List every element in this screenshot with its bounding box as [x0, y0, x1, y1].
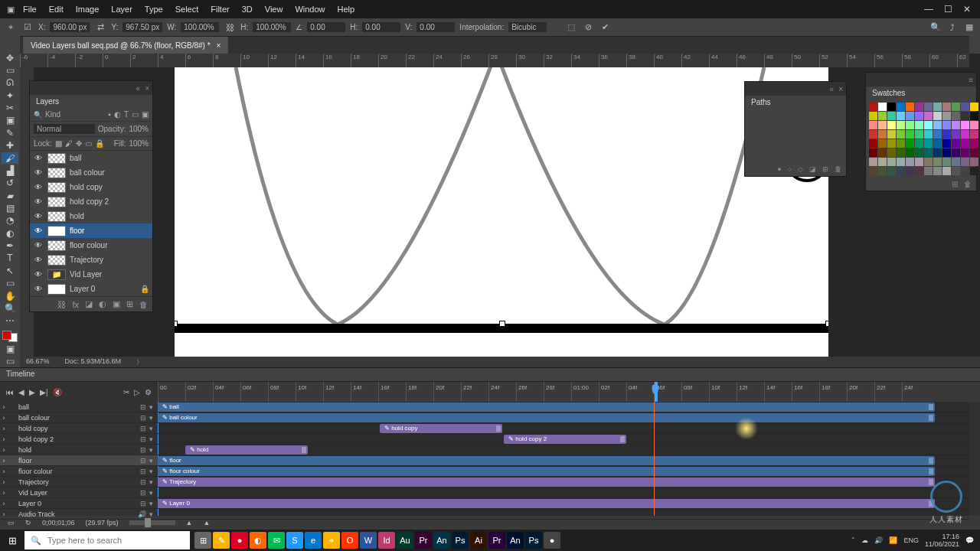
- track-menu-icon[interactable]: ⊟: [140, 478, 146, 486]
- layer-row[interactable]: 👁 hold copy 2: [30, 194, 152, 209]
- swatch[interactable]: [961, 167, 969, 175]
- maximize-button[interactable]: ☐: [944, 4, 952, 15]
- clip-row[interactable]: ✎ Trajectory: [158, 477, 969, 487]
- track-expand-icon[interactable]: ›: [0, 457, 8, 465]
- swatch[interactable]: [878, 112, 887, 120]
- crop-tool[interactable]: ✂: [2, 102, 18, 113]
- mask-icon[interactable]: ◪: [85, 299, 93, 309]
- menu-3d[interactable]: 3D: [236, 5, 259, 14]
- swatch[interactable]: [933, 158, 942, 166]
- track-opts-icon[interactable]: ▾: [149, 446, 153, 454]
- track-expand-icon[interactable]: ›: [0, 510, 8, 518]
- swatch[interactable]: [942, 139, 951, 148]
- taskbar-app[interactable]: O: [341, 532, 358, 549]
- transform-handle[interactable]: [825, 321, 828, 327]
- taskbar-app[interactable]: S: [286, 532, 303, 549]
- paths-tab[interactable]: Paths: [745, 96, 777, 109]
- swatch[interactable]: [924, 158, 933, 166]
- layer-thumb[interactable]: [47, 226, 66, 236]
- fill-path-icon[interactable]: ●: [777, 165, 781, 173]
- first-frame-button[interactable]: ⏮: [6, 388, 14, 396]
- clip-row[interactable]: ✎ hold copy: [158, 423, 969, 434]
- visibility-icon[interactable]: 👁: [33, 256, 44, 264]
- opacity-value[interactable]: 100%: [129, 125, 149, 133]
- swatch[interactable]: [915, 112, 923, 120]
- track-expand-icon[interactable]: ›: [0, 435, 8, 443]
- swatch[interactable]: [869, 158, 877, 166]
- clip-fx-icon[interactable]: ✎: [162, 500, 168, 507]
- lock-art-icon[interactable]: ▭: [85, 139, 92, 148]
- clip-row[interactable]: ✎ floor: [158, 455, 969, 466]
- timeline-menu-icon[interactable]: ▭: [8, 519, 15, 527]
- track-row[interactable]: › hold copy ⊟▾: [0, 423, 158, 434]
- track-opts-icon[interactable]: ▾: [149, 500, 153, 507]
- menu-edit[interactable]: Edit: [43, 5, 70, 14]
- swatch[interactable]: [970, 103, 978, 111]
- arrange-icon[interactable]: ▦: [963, 21, 975, 34]
- track-row[interactable]: › Audio Track 🔊▾: [0, 509, 158, 520]
- swatch[interactable]: [924, 148, 933, 157]
- layer-thumb[interactable]: [47, 255, 66, 266]
- layer-thumb[interactable]: [47, 284, 66, 295]
- swatch[interactable]: [869, 148, 877, 157]
- swatch[interactable]: [878, 103, 887, 111]
- panel-close-icon[interactable]: ×: [838, 85, 843, 93]
- visibility-icon[interactable]: 👁: [33, 285, 44, 293]
- y-field[interactable]: 967.50 px: [122, 22, 162, 32]
- track-opts-icon[interactable]: ▾: [149, 489, 153, 497]
- clip-row[interactable]: ✎ hold copy 2: [158, 434, 969, 445]
- tray-date[interactable]: 11/06/2021: [925, 540, 959, 548]
- cancel-transform-icon[interactable]: ⊘: [582, 21, 594, 34]
- visibility-icon[interactable]: 👁: [33, 154, 44, 162]
- swatch[interactable]: [924, 139, 933, 148]
- swatch[interactable]: [869, 121, 877, 129]
- eraser-tool[interactable]: ▰: [2, 190, 18, 201]
- swatch[interactable]: [961, 121, 969, 129]
- timeline-ruler[interactable]: 0002f04f06f08f10f12f14f16f18f20f22f24f26…: [158, 382, 980, 402]
- timeline-clip[interactable]: ✎ ball colour: [158, 413, 935, 422]
- clip-row[interactable]: [158, 509, 969, 520]
- filter-smart-icon[interactable]: ▣: [142, 110, 149, 119]
- layer-row[interactable]: 👁 floor colour: [30, 238, 152, 253]
- swatch[interactable]: [869, 130, 877, 139]
- swatch[interactable]: [970, 130, 978, 139]
- swatch[interactable]: [952, 112, 960, 120]
- edit-toolbar[interactable]: ⋯: [2, 315, 18, 327]
- tray-cloud-icon[interactable]: ☁: [861, 536, 868, 544]
- layer-row[interactable]: 👁 📁 Vid Layer: [30, 267, 152, 282]
- swatch[interactable]: [878, 139, 887, 148]
- taskbar-app[interactable]: Au: [397, 532, 413, 549]
- delete-swatch-icon[interactable]: 🗑: [964, 180, 972, 189]
- swatch[interactable]: [915, 148, 923, 157]
- track-expand-icon[interactable]: ›: [0, 468, 8, 475]
- swatch[interactable]: [933, 121, 942, 129]
- swatch[interactable]: [970, 167, 978, 175]
- layer-thumb[interactable]: [47, 211, 66, 222]
- swatch[interactable]: [961, 148, 969, 157]
- close-button[interactable]: ✕: [963, 4, 971, 15]
- track-expand-icon[interactable]: ›: [0, 414, 8, 422]
- menu-type[interactable]: Type: [139, 5, 169, 14]
- swatch[interactable]: [878, 130, 887, 139]
- swatch[interactable]: [970, 112, 978, 120]
- track-expand-icon[interactable]: ›: [0, 478, 8, 486]
- menu-file[interactable]: File: [17, 5, 43, 14]
- swatch[interactable]: [942, 167, 951, 175]
- swatch[interactable]: [970, 158, 978, 166]
- fg-bg-color[interactable]: [2, 331, 18, 342]
- mountain-small-icon[interactable]: ▲: [186, 519, 193, 527]
- type-tool[interactable]: T: [2, 253, 18, 264]
- adjustment-icon[interactable]: ◐: [99, 299, 106, 309]
- visibility-icon[interactable]: 👁: [33, 227, 44, 235]
- tray-volume-icon[interactable]: 🔊: [874, 536, 883, 544]
- panel-collapse-icon[interactable]: «: [830, 85, 835, 93]
- panel-menu-icon[interactable]: ≡: [969, 76, 973, 84]
- swatch[interactable]: [970, 121, 978, 129]
- filter-pixel-icon[interactable]: ▪: [108, 110, 111, 119]
- lasso-tool[interactable]: ᘏ: [2, 77, 18, 89]
- layer-row[interactable]: 👁 floor: [30, 223, 152, 238]
- track-row[interactable]: › Vid Layer ⊟▾: [0, 487, 158, 498]
- link-layers-icon[interactable]: ⛓: [57, 300, 66, 309]
- taskbar-app[interactable]: ◐: [250, 532, 266, 549]
- transform-handle[interactable]: [175, 321, 178, 327]
